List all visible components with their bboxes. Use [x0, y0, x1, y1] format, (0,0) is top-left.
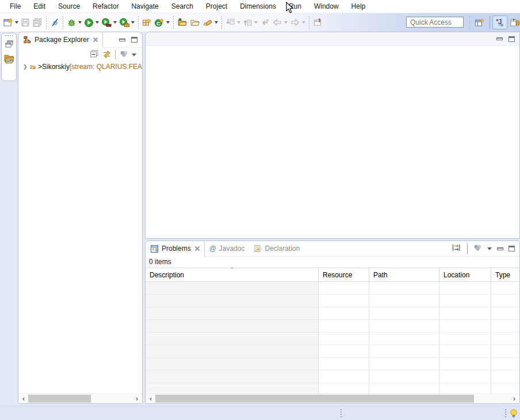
table-cell	[439, 358, 491, 371]
open-perspective-button[interactable]	[472, 16, 487, 29]
next-annotation-button[interactable]	[224, 16, 242, 29]
scrollbar-track[interactable]	[155, 394, 510, 403]
tab-package-explorer[interactable]: Package Explorer ❌︎	[18, 32, 103, 48]
link-with-editor-button[interactable]	[102, 49, 112, 60]
open-perspective-icon	[475, 18, 485, 28]
table-cell	[491, 358, 519, 371]
new-java-class-button[interactable]: C	[153, 16, 171, 29]
tab-label: Package Explorer	[35, 36, 89, 44]
forward-button[interactable]	[289, 16, 307, 29]
next-annotation-dropdown[interactable]	[237, 21, 240, 24]
menu-item-run[interactable]: Run	[282, 1, 308, 12]
search-button[interactable]	[201, 16, 219, 29]
focus-on-active-task-button[interactable]	[452, 243, 462, 254]
profile-button[interactable]	[118, 16, 136, 29]
menu-item-source[interactable]: Source	[52, 1, 86, 12]
menu-item-search[interactable]: Search	[165, 1, 200, 12]
close-tab-icon[interactable]: ❌︎	[195, 245, 200, 253]
scrollbar-thumb[interactable]	[155, 395, 474, 403]
view-circles-button[interactable]	[473, 244, 482, 253]
column-header-description[interactable]: ⌃ Description	[146, 268, 319, 281]
maximize-icon[interactable]	[508, 246, 515, 251]
problems-hscrollbar[interactable]: ‹ ›	[146, 394, 519, 403]
coverage-button[interactable]	[100, 16, 118, 29]
view-menu-icon[interactable]	[487, 247, 492, 250]
debug-dropdown[interactable]	[78, 21, 82, 24]
menu-item-help[interactable]: Help	[345, 1, 372, 12]
scrollbar-thumb[interactable]	[28, 395, 91, 403]
other-perspective-button[interactable]	[507, 16, 520, 29]
scrollbar-track[interactable]	[28, 394, 132, 403]
new-java-project-button[interactable]	[141, 16, 153, 29]
link-with-editor-icon	[102, 49, 112, 58]
search-dropdown[interactable]	[215, 21, 218, 24]
new-wizard-dropdown[interactable]	[15, 21, 18, 24]
maximize-icon[interactable]	[508, 36, 515, 42]
forward-dropdown[interactable]	[302, 21, 305, 24]
previous-annotation-dropdown[interactable]	[254, 21, 258, 24]
minimize-icon[interactable]	[496, 37, 503, 40]
scroll-left-icon[interactable]: ‹	[146, 394, 155, 403]
save-button[interactable]	[20, 16, 31, 29]
quick-access-input[interactable]	[406, 17, 464, 28]
run-button[interactable]	[83, 16, 100, 29]
notification-lightbulb-button[interactable]	[509, 408, 518, 420]
menu-item-dimensions[interactable]: Dimensions	[234, 1, 282, 12]
other-perspective-icon	[510, 17, 520, 28]
collapse-all-button[interactable]	[90, 49, 99, 60]
skip-all-breakpoints-button[interactable]	[49, 16, 60, 29]
close-tab-icon[interactable]: ❌︎	[93, 36, 98, 44]
column-header-resource[interactable]: Resource	[319, 268, 369, 281]
java-perspective-button[interactable]: J	[492, 16, 507, 29]
back-button[interactable]	[271, 16, 289, 29]
maximize-icon[interactable]	[131, 37, 137, 43]
last-edit-location-button[interactable]	[259, 16, 271, 29]
expand-chevron-icon[interactable]: ❯	[23, 64, 28, 70]
view-menu-icon[interactable]	[132, 54, 136, 56]
save-all-button[interactable]	[31, 16, 44, 29]
import-folder-button[interactable]	[189, 16, 201, 29]
new-wizard-button[interactable]	[2, 16, 20, 29]
rail-drag-handle[interactable]	[5, 35, 13, 36]
back-dropdown[interactable]	[284, 21, 288, 24]
menu-item-refactor[interactable]: Refactor	[86, 1, 125, 12]
menu-item-file[interactable]: File	[3, 1, 27, 12]
problems-table-header: ⌃ Description Resource Path Location Typ…	[146, 268, 519, 282]
menu-item-navigate[interactable]: Navigate	[125, 1, 165, 12]
tab-problems[interactable]: Problems ❌︎	[146, 241, 205, 257]
restore-view-icon	[5, 40, 13, 48]
tree-item-sikorskiy[interactable]: ❯ >Sikorskiy [stream: QLARIUS:FEA	[18, 62, 142, 72]
scroll-right-icon[interactable]: ›	[510, 394, 519, 403]
package-explorer-toolbar	[18, 48, 142, 62]
package-explorer-hscrollbar[interactable]: ‹ ›	[19, 394, 142, 403]
tab-declaration[interactable]: Declaration	[249, 241, 304, 256]
svg-text:GIT: GIT	[6, 59, 12, 63]
table-cell	[319, 282, 369, 295]
open-folder-button[interactable]	[176, 16, 189, 29]
tab-javadoc[interactable]: @ Javadoc	[205, 241, 249, 256]
column-header-path[interactable]: Path	[369, 268, 439, 281]
menu-item-edit[interactable]: Edit	[27, 1, 52, 12]
profile-dropdown[interactable]	[131, 21, 135, 24]
new-java-class-dropdown[interactable]	[166, 21, 170, 24]
menu-item-window[interactable]: Window	[308, 1, 345, 12]
restore-view-button[interactable]	[5, 40, 13, 49]
previous-annotation-button[interactable]	[242, 16, 259, 29]
run-dropdown[interactable]	[95, 21, 99, 24]
table-cell	[369, 358, 439, 371]
quick-access	[406, 17, 464, 28]
pin-editor-button[interactable]	[312, 16, 324, 29]
coverage-dropdown[interactable]	[113, 21, 117, 24]
debug-button[interactable]	[66, 16, 83, 29]
minimize-icon[interactable]	[497, 247, 503, 250]
column-header-location[interactable]: Location	[439, 268, 491, 281]
column-header-type[interactable]: Type	[491, 268, 519, 281]
scroll-right-icon[interactable]: ›	[132, 394, 142, 403]
javadoc-icon: @	[209, 245, 216, 253]
menu-item-project[interactable]: Project	[200, 1, 234, 12]
git-repositories-button[interactable]: GIT	[3, 54, 14, 66]
svg-text:C: C	[156, 20, 160, 26]
view-circles-button[interactable]	[119, 50, 128, 59]
minimize-icon[interactable]	[119, 39, 125, 41]
scroll-left-icon[interactable]: ‹	[19, 394, 28, 403]
